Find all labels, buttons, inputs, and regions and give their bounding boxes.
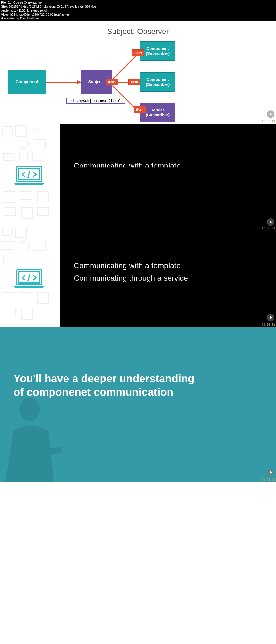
item-tag-subject: item bbox=[106, 79, 118, 85]
svg-rect-2 bbox=[2, 140, 14, 148]
code-body: .mySubject.next(item); bbox=[77, 99, 123, 103]
observer-diagram: Component Subject Component (Subscriber)… bbox=[8, 44, 268, 122]
heading-line2: of componenet communication bbox=[13, 385, 265, 399]
svg-rect-8 bbox=[4, 191, 15, 203]
svg-rect-15 bbox=[16, 227, 26, 238]
svg-rect-23 bbox=[4, 309, 16, 317]
trailing-whitespace bbox=[0, 482, 276, 644]
item-tag-sub2: item bbox=[128, 79, 140, 85]
svg-rect-5 bbox=[3, 154, 14, 161]
slide3-line1: Communicating with a template bbox=[74, 261, 271, 270]
svg-point-29 bbox=[19, 397, 40, 421]
play-icon[interactable] bbox=[267, 469, 274, 476]
pattern-sidebar bbox=[0, 124, 60, 327]
svg-rect-14 bbox=[3, 228, 12, 236]
timestamp-frame1: 00:00:18 bbox=[262, 120, 275, 123]
timestamp-frame3: 00:00:52 bbox=[262, 323, 275, 326]
code-keyword: this bbox=[68, 99, 77, 103]
svg-rect-20 bbox=[4, 293, 15, 304]
subscriber-box-1: Component (Subscriber) bbox=[140, 41, 175, 61]
meta-file: File: 01 - Course Overview.mp4 bbox=[1, 1, 275, 5]
meta-video: Video: h264, yuv420p, 1280x720, 30.00 fp… bbox=[1, 13, 275, 17]
timestamp-frame4: 00:01:08 bbox=[262, 478, 275, 481]
svg-rect-12 bbox=[22, 207, 32, 218]
svg-rect-4 bbox=[35, 139, 45, 149]
laptop-code-icon bbox=[13, 165, 45, 186]
svg-rect-22 bbox=[38, 293, 49, 304]
component-box: Component bbox=[8, 70, 46, 94]
thumbnail-frame-4: You'll have a deeper understanding of co… bbox=[0, 327, 276, 482]
svg-rect-13 bbox=[38, 207, 49, 216]
svg-point-3 bbox=[20, 140, 29, 149]
svg-rect-9 bbox=[19, 191, 32, 199]
svg-rect-21 bbox=[19, 293, 32, 301]
thumbnail-frames-2-3: Communicating with a template Communicat… bbox=[0, 124, 276, 327]
person-silhouette-icon bbox=[0, 390, 78, 482]
conclusion-heading: You'll have a deeper understanding of co… bbox=[13, 372, 265, 399]
meta-size: Size: 3431577 bytes (3.27 MiB), duration… bbox=[1, 5, 275, 9]
code-snippet: this.mySubject.next(item); bbox=[66, 98, 125, 104]
meta-gen: Generated by Thumbnail me bbox=[1, 16, 275, 21]
svg-rect-16 bbox=[2, 241, 14, 250]
video-metadata-strip: File: 01 - Course Overview.mp4 Size: 343… bbox=[0, 0, 276, 21]
svg-point-17 bbox=[20, 241, 29, 250]
timestamp-frame2: 00:00:34 bbox=[262, 227, 275, 230]
item-tag-sub1: item bbox=[132, 49, 144, 56]
svg-rect-6 bbox=[19, 153, 27, 161]
thumbnail-frame-1: Subject: Observer Component Subject Comp… bbox=[0, 21, 276, 124]
meta-audio: Audio: aac, 44100 Hz, stereo (eng) bbox=[1, 9, 275, 13]
svg-rect-11 bbox=[4, 207, 16, 216]
item-tag-sub3: item bbox=[134, 106, 146, 113]
svg-rect-7 bbox=[32, 153, 44, 161]
svg-rect-24 bbox=[22, 309, 32, 320]
svg-rect-19 bbox=[3, 255, 14, 262]
play-icon[interactable] bbox=[267, 110, 274, 118]
heading-line1: You'll have a deeper understanding bbox=[13, 372, 265, 385]
subscriber-box-2: Component (Subscriber) bbox=[140, 72, 175, 92]
arrow-component-to-subject bbox=[46, 82, 80, 83]
slide3-line2: Communicating through a service bbox=[74, 274, 271, 282]
svg-rect-1 bbox=[16, 125, 26, 136]
slide2-line1: Communicating with a template bbox=[74, 162, 271, 170]
svg-rect-18 bbox=[35, 241, 45, 251]
laptop-code-icon bbox=[13, 268, 45, 289]
svg-rect-0 bbox=[3, 127, 12, 134]
diagram-title: Subject: Observer bbox=[0, 21, 276, 36]
svg-rect-10 bbox=[38, 191, 49, 202]
slide-black-area: Communicating with a template Communicat… bbox=[60, 124, 276, 327]
